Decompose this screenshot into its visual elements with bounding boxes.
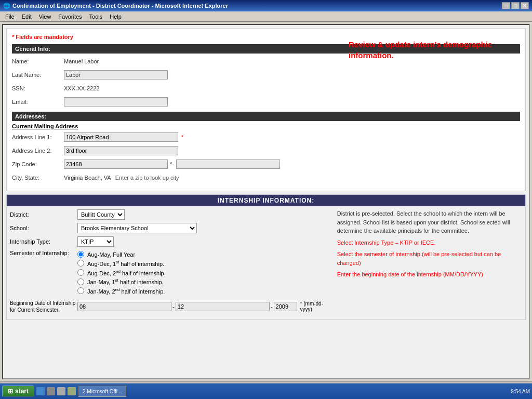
- semester-label-4: Jan-May, 2nd half of internship.: [87, 287, 165, 295]
- menu-file[interactable]: File: [2, 13, 18, 20]
- menu-bar: File Edit View Favorites Tools Help: [0, 11, 532, 22]
- district-row: District: Bullitt County: [10, 209, 332, 220]
- minimize-button[interactable]: ─: [502, 2, 510, 9]
- zip-label: Zip Code:: [12, 161, 64, 167]
- addr1-label: Address Line 1:: [12, 134, 64, 140]
- semester-radio-4[interactable]: [77, 287, 84, 294]
- semester-radios: Aug-May, Full Year Aug-Dec, 1st half of …: [77, 251, 166, 297]
- lastname-row: Last Name:: [12, 69, 520, 81]
- semester-option-0: Aug-May, Full Year: [77, 251, 166, 258]
- semester-label-2: Aug-Dec, 2nd half of internship.: [87, 269, 166, 276]
- current-mailing-header: Current Mailing Address: [12, 123, 520, 129]
- email-input[interactable]: [64, 97, 168, 107]
- zip-lookup-hint: Enter a zip to look up city: [115, 175, 179, 181]
- general-info-section: * Fields are mandatory General Info: Nam…: [6, 28, 526, 191]
- district-select[interactable]: Bullitt County: [77, 209, 125, 220]
- ssn-label: SSN:: [12, 85, 64, 91]
- date-dd-input[interactable]: [176, 302, 270, 311]
- window-icon: 🌐: [3, 3, 10, 9]
- internship-left: District: Bullitt County School: Brooks …: [10, 209, 332, 316]
- date-inputs: - - * (mm-dd-yyyy): [77, 301, 332, 312]
- semester-row: Semester of Internship: Aug-May, Full Ye…: [10, 250, 332, 297]
- window-title: Confirmation of Employment - District Co…: [12, 3, 228, 9]
- semester-option-3: Jan-May, 1st half of internship.: [77, 278, 166, 285]
- menu-tools[interactable]: Tools: [86, 13, 106, 20]
- taskbar: ⊞ start 2 Microsoft Offi... 9:54 AM: [0, 383, 532, 399]
- addr1-required: *: [181, 134, 183, 140]
- maximize-button[interactable]: □: [511, 2, 520, 9]
- semester-radio-0[interactable]: [77, 251, 84, 258]
- zip-row: Zip Code: *-: [12, 158, 520, 170]
- menu-view[interactable]: View: [36, 13, 55, 20]
- ie-icon[interactable]: [36, 387, 45, 395]
- date-format-hint: * (mm-dd-yyyy): [300, 301, 332, 312]
- zip-dash: *-: [170, 161, 174, 167]
- windows-logo: ⊞: [8, 388, 13, 395]
- type-row: Internship Type: KTIP: [10, 236, 332, 247]
- semester-label-1: Aug-Dec, 1st half of internship.: [87, 260, 164, 267]
- menu-edit[interactable]: Edit: [19, 13, 35, 20]
- internship-body: District: Bullitt County School: Brooks …: [7, 206, 525, 320]
- begin-date-label: Beginning Date of Internship for Current…: [10, 300, 77, 313]
- addr2-row: Address Line 2:: [12, 145, 520, 156]
- semester-radio-1[interactable]: [77, 260, 84, 267]
- taskbar-office-item[interactable]: 2 Microsoft Offi...: [78, 385, 126, 397]
- email-label: Email:: [12, 99, 64, 105]
- close-button[interactable]: ✕: [521, 2, 529, 9]
- zip-input-main[interactable]: [64, 159, 168, 169]
- lastname-input[interactable]: [64, 70, 168, 79]
- clock: 9:54 AM: [511, 389, 530, 394]
- start-button[interactable]: ⊞ start: [2, 385, 34, 397]
- title-bar: 🌐 Confirmation of Employment - District …: [0, 0, 532, 11]
- content-area: * Fields are mandatory General Info: Nam…: [2, 24, 530, 379]
- name-value: Manuel Labor: [64, 58, 99, 64]
- start-label: start: [15, 388, 29, 395]
- taskbar-icon-2[interactable]: [47, 387, 55, 395]
- date-sep-1: -: [172, 303, 175, 310]
- citystate-label: City, State:: [12, 175, 64, 181]
- menu-favorites[interactable]: Favorites: [55, 13, 85, 20]
- begin-date-row: Beginning Date of Internship for Current…: [10, 300, 332, 313]
- addr1-row: Address Line 1: *: [12, 131, 520, 143]
- type-select[interactable]: KTIP: [77, 236, 114, 247]
- internship-hint3: Select the semester of internship (will …: [337, 250, 522, 267]
- semester-radio-3[interactable]: [77, 278, 84, 285]
- addr2-input[interactable]: [64, 146, 178, 155]
- date-yyyy-input[interactable]: [274, 302, 297, 311]
- taskbar-right: 9:54 AM: [511, 389, 530, 394]
- semester-option-4: Jan-May, 2nd half of internship.: [77, 287, 166, 295]
- semester-option-1: Aug-Dec, 1st half of internship.: [77, 260, 166, 267]
- semester-label-3: Jan-May, 1st half of internship.: [87, 278, 164, 285]
- ssn-row: SSN: XXX-XX-2222: [12, 83, 520, 94]
- district-label: District:: [10, 211, 77, 218]
- school-row: School: Brooks Elementary School: [10, 223, 332, 233]
- lastname-label: Last Name:: [12, 72, 64, 78]
- type-label: Internship Type:: [10, 238, 77, 245]
- school-label: School:: [10, 225, 77, 231]
- semester-label-0: Aug-May, Full Year: [87, 251, 135, 258]
- internship-hint2: Select Internship Type – KTIP or IECE.: [337, 238, 522, 247]
- citystate-value: Virginia Beach, VA: [64, 175, 111, 181]
- date-mm-input[interactable]: [77, 302, 171, 311]
- name-label: Name:: [12, 58, 64, 64]
- semester-label: Semester of Internship:: [10, 250, 77, 256]
- addresses-section: Addresses: Current Mailing Address Addre…: [12, 112, 520, 183]
- email-row: Email:: [12, 96, 520, 108]
- addresses-header: Addresses:: [12, 112, 520, 121]
- menu-help[interactable]: Help: [107, 13, 125, 20]
- internship-header: INTERNSHIP INFORMATION:: [7, 195, 525, 206]
- date-sep-2: -: [271, 303, 273, 310]
- citystate-row: City, State: Virginia Beach, VA Enter a …: [12, 172, 520, 183]
- internship-hint4: Enter the beginning date of the internsh…: [337, 270, 522, 279]
- addr2-label: Address Line 2:: [12, 148, 64, 154]
- zip-inputs: *-: [64, 159, 280, 169]
- addr1-input[interactable]: [64, 132, 178, 142]
- taskbar-icon-4[interactable]: [68, 387, 76, 395]
- demographic-hint: Review & update intern's demographic inf…: [349, 39, 515, 61]
- taskbar-icon-3[interactable]: [57, 387, 65, 395]
- school-select[interactable]: Brooks Elementary School: [77, 223, 197, 233]
- zip-input-extra[interactable]: [176, 159, 280, 169]
- internship-hints: District is pre-selected. Select the sch…: [337, 209, 522, 316]
- semester-option-2: Aug-Dec, 2nd half of internship.: [77, 269, 166, 276]
- semester-radio-2[interactable]: [77, 269, 84, 276]
